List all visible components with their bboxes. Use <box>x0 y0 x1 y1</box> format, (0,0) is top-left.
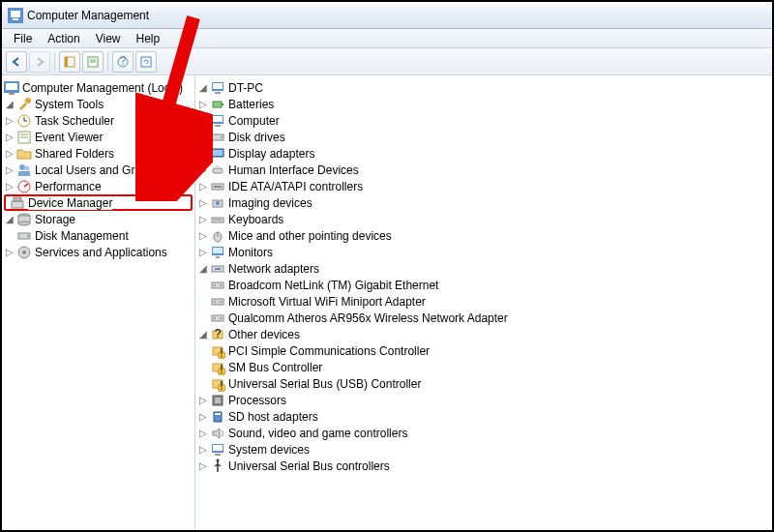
device-category[interactable]: ▷SD host adapters <box>197 408 770 425</box>
svg-text:!: ! <box>220 346 223 359</box>
category-icon <box>210 426 225 441</box>
svg-text:?: ? <box>120 56 127 68</box>
local-users-node[interactable]: ▷Local Users and Groups <box>4 162 193 178</box>
svg-point-69 <box>220 317 222 319</box>
toolbar-divider <box>107 52 108 72</box>
device-item[interactable]: ▷Broadcom NetLink (TM) Gigabit Ethernet <box>197 277 770 293</box>
device-category[interactable]: ▷Processors <box>197 392 770 408</box>
svg-rect-86 <box>213 445 223 451</box>
device-category[interactable]: ▷Sound, video and game controllers <box>197 425 770 441</box>
device-category[interactable]: ▷Imaging devices <box>197 194 770 211</box>
device-category[interactable]: ◢Network adapters <box>197 260 770 277</box>
svg-rect-27 <box>14 197 21 201</box>
device-category[interactable]: ▷Display adapters <box>197 145 770 162</box>
device-category[interactable]: ▷Human Interface Devices <box>197 162 770 178</box>
event-icon <box>16 130 32 145</box>
svg-rect-82 <box>215 398 221 403</box>
back-button[interactable] <box>6 51 27 73</box>
svg-rect-12 <box>6 83 17 90</box>
device-category[interactable]: ▷Mice and other pointing devices <box>197 227 770 244</box>
device-item[interactable]: ▷!Universal Serial Bus (USB) Controller <box>197 375 770 392</box>
device-root[interactable]: ◢ DT-PC <box>197 79 770 96</box>
expander-closed-icon[interactable]: ▷ <box>4 132 15 143</box>
network-adapter-icon <box>210 278 225 293</box>
category-icon: ? <box>210 327 225 342</box>
forward-button[interactable] <box>29 51 50 73</box>
expander-closed-icon[interactable]: ▷ <box>197 115 209 127</box>
svg-rect-64 <box>212 299 223 305</box>
expander-open-icon[interactable]: ◢ <box>4 214 15 225</box>
device-category[interactable]: ▷Computer <box>197 112 770 129</box>
tree-root-local[interactable]: Computer Management (Local) <box>4 79 193 96</box>
expander-closed-icon[interactable]: ▷ <box>197 428 209 439</box>
expander-closed-icon[interactable]: ▷ <box>4 148 15 160</box>
device-category[interactable]: ▷IDE ATA/ATAPI controllers <box>197 178 770 194</box>
device-category[interactable]: ▷Disk drives <box>197 129 770 145</box>
expander-closed-icon[interactable]: ▷ <box>197 444 209 456</box>
device-item[interactable]: ▷!PCI Simple Communications Controller <box>197 342 770 359</box>
device-category[interactable]: ▷Monitors <box>197 244 770 260</box>
event-viewer-node[interactable]: ▷Event Viewer <box>4 129 193 145</box>
device-item[interactable]: ▷!SM Bus Controller <box>197 359 770 375</box>
expander-closed-icon[interactable]: ▷ <box>197 164 209 176</box>
svg-rect-10 <box>141 57 151 67</box>
expander-closed-icon[interactable]: ▷ <box>197 99 209 110</box>
task-scheduler-node[interactable]: ▷Task Scheduler <box>4 112 193 129</box>
device-manager-node[interactable]: Device Manager <box>4 194 193 211</box>
shared-folders-node[interactable]: ▷Shared Folders <box>4 145 193 162</box>
expander-closed-icon[interactable]: ▷ <box>197 460 209 472</box>
device-item[interactable]: ▷Qualcomm Atheros AR956x Wireless Networ… <box>197 310 770 326</box>
toolbar: ? <box>2 48 772 75</box>
expander-open-icon[interactable]: ◢ <box>4 99 15 110</box>
expander-open-icon[interactable]: ◢ <box>197 329 209 340</box>
menu-file[interactable]: File <box>6 30 40 47</box>
expander-closed-icon[interactable]: ▷ <box>197 247 209 258</box>
expander-closed-icon[interactable]: ▷ <box>4 181 15 192</box>
device-category[interactable]: ▷Universal Serial Bus controllers <box>197 458 770 474</box>
storage-node[interactable]: ◢ Storage <box>4 211 193 227</box>
svg-point-22 <box>25 165 30 170</box>
expander-closed-icon[interactable]: ▷ <box>197 132 209 143</box>
expander-closed-icon[interactable]: ▷ <box>197 197 209 209</box>
device-category[interactable]: ▷Batteries <box>197 96 770 112</box>
device-category[interactable]: ▷System devices <box>197 441 770 458</box>
expander-closed-icon[interactable]: ▷ <box>197 181 209 192</box>
refresh-button[interactable] <box>135 51 157 73</box>
expander-closed-icon[interactable]: ▷ <box>197 214 209 225</box>
tree-root-label: Computer Management (Local) <box>22 81 183 95</box>
svg-rect-37 <box>215 92 221 94</box>
expander-closed-icon[interactable]: ▷ <box>4 115 15 127</box>
svg-rect-61 <box>212 282 223 288</box>
system-tools-node[interactable]: ◢ System Tools <box>4 96 193 112</box>
expander-open-icon[interactable]: ◢ <box>197 263 209 275</box>
device-item[interactable]: ▷Microsoft Virtual WiFi Miniport Adapter <box>197 293 770 310</box>
help-button[interactable]: ? <box>112 51 134 73</box>
expander-closed-icon[interactable]: ▷ <box>4 247 15 258</box>
expander-closed-icon[interactable]: ▷ <box>197 148 209 160</box>
expander-closed-icon[interactable]: ▷ <box>197 411 209 423</box>
storage-icon <box>16 212 32 227</box>
menu-view[interactable]: View <box>88 30 129 47</box>
properties-button[interactable] <box>82 51 104 73</box>
menu-action[interactable]: Action <box>40 30 87 47</box>
disk-management-node[interactable]: ▷Disk Management <box>4 227 193 244</box>
show-hide-button[interactable] <box>59 51 80 73</box>
svg-rect-39 <box>222 103 223 105</box>
device-category[interactable]: ▷Keyboards <box>197 211 770 227</box>
svg-point-62 <box>214 284 216 286</box>
svg-point-68 <box>214 317 216 319</box>
performance-node[interactable]: ▷Performance <box>4 178 193 194</box>
svg-rect-59 <box>216 256 220 258</box>
svg-point-52 <box>216 201 220 205</box>
expander-open-icon[interactable]: ◢ <box>197 82 209 94</box>
menu-help[interactable]: Help <box>129 30 168 47</box>
app-icon <box>8 8 23 23</box>
expander-closed-icon[interactable]: ▷ <box>4 164 15 176</box>
expander-closed-icon[interactable]: ▷ <box>197 230 209 242</box>
expander-closed-icon[interactable]: ▷ <box>197 395 209 406</box>
svg-text:!: ! <box>220 363 223 375</box>
services-node[interactable]: ▷ Services and Applications <box>4 244 193 260</box>
category-icon <box>210 245 225 260</box>
category-icon <box>210 113 225 129</box>
device-category[interactable]: ◢?Other devices <box>197 326 770 342</box>
